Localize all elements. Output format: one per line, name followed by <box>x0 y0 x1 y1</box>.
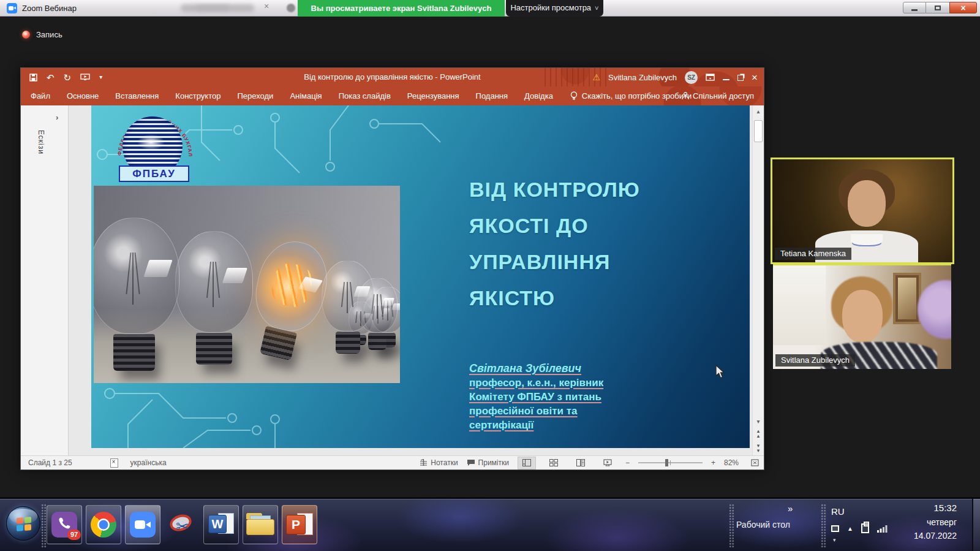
recording-dot-icon <box>22 31 30 39</box>
participant-face <box>848 180 886 227</box>
tab-transitions[interactable]: Переходи <box>237 91 273 101</box>
previous-slide-button[interactable]: ▴▴ <box>753 428 764 438</box>
start-button[interactable] <box>6 506 40 541</box>
save-icon[interactable] <box>29 74 37 82</box>
zoom-out-button[interactable]: − <box>625 458 630 467</box>
tab-file[interactable]: Файл <box>31 91 50 101</box>
light-bulb <box>175 231 253 365</box>
ppt-minimize-button[interactable] <box>723 79 729 80</box>
start-slideshow-icon[interactable] <box>80 74 90 81</box>
reading-view-button[interactable] <box>571 457 590 469</box>
view-settings-button[interactable]: Настройки просмотра˅ <box>506 0 603 17</box>
clock-date: 14.07.2022 <box>895 531 957 541</box>
desktop-toolbar-label[interactable]: Рабочий стол <box>736 520 790 530</box>
slide-author-block[interactable]: Світлана Зубілевич професор, к.е.н., кер… <box>469 362 708 432</box>
ppt-restore-button[interactable] <box>737 75 744 81</box>
share-button[interactable]: Спільний доступ <box>682 91 754 101</box>
undo-icon[interactable]: ↶ <box>47 73 55 82</box>
language-switcher[interactable]: RU <box>831 506 845 517</box>
comment-icon <box>467 459 475 466</box>
slide-canvas[interactable]: ФЕДЕРАЦІЯ ПРОФЕСІЙНИХ БУХГАЛТЕРІВ І АУДИ… <box>91 105 750 448</box>
window-maximize-button[interactable] <box>926 2 949 13</box>
video-tile-svitlana[interactable]: Svitlana Zubilevych <box>773 264 951 369</box>
ppt-close-button[interactable]: × <box>752 72 758 83</box>
viber-icon: 97 <box>51 512 77 538</box>
network-signal-icon[interactable] <box>877 524 889 533</box>
participant-face <box>842 290 883 343</box>
tab-animations[interactable]: Анімація <box>290 91 322 101</box>
tab-design[interactable]: Конструктор <box>175 91 221 101</box>
tab-insert[interactable]: Вставлення <box>115 91 159 101</box>
background-picture-frame <box>893 273 921 324</box>
powerpoint-icon: P <box>286 512 313 538</box>
tab-help[interactable]: Довідка <box>524 91 553 101</box>
thumbnails-panel[interactable]: › Ескізи <box>21 105 69 457</box>
slide-counter[interactable]: Слайд 1 з 25 <box>28 458 72 467</box>
tray-caret-down[interactable]: ▾ <box>833 537 836 543</box>
taskbar-button-snipping-tool[interactable]: ✂ <box>164 505 200 544</box>
zoom-icon <box>130 512 156 538</box>
fit-slide-to-window-icon[interactable] <box>751 459 759 466</box>
zoom-in-button[interactable]: + <box>711 458 715 467</box>
tab-slideshow[interactable]: Показ слайдів <box>339 91 391 101</box>
taskbar-button-zoom[interactable] <box>125 505 160 544</box>
scroll-down-icon[interactable]: ▾ <box>753 418 764 425</box>
powerpoint-window: ↶ ↻ ▾ Від контролю до управління якістю … <box>20 67 764 470</box>
redo-icon[interactable]: ↻ <box>64 73 72 82</box>
taskbar-button-chrome[interactable] <box>86 505 121 544</box>
participant-collar <box>851 234 883 245</box>
taskbar-button-powerpoint[interactable]: P <box>282 505 317 544</box>
shared-screen-area: Запись ↶ ↻ ▾ Від контролю до управління … <box>0 17 980 497</box>
zoom-percentage[interactable]: 82% <box>724 458 742 467</box>
spellcheck-icon[interactable] <box>110 458 118 468</box>
account-avatar[interactable]: SZ <box>685 71 698 84</box>
customize-qat-icon[interactable]: ▾ <box>99 74 102 80</box>
language-indicator[interactable]: українська <box>130 458 167 467</box>
slide-sorter-view-button[interactable] <box>545 457 563 469</box>
taskbar-button-explorer[interactable] <box>243 505 278 544</box>
account-name[interactable]: Svitlana Zubilevych <box>608 73 677 82</box>
fpbau-logo-label: ФПБАУ <box>119 165 189 182</box>
tell-me-box[interactable]: Скажіть, що потрібно зробити <box>570 91 692 101</box>
taskbar-button-word[interactable]: W <box>203 505 239 544</box>
slideshow-view-button[interactable] <box>598 457 617 469</box>
chevron-right-icon[interactable]: › <box>56 113 58 122</box>
normal-view-button[interactable] <box>518 457 536 469</box>
tab-review[interactable]: Рецензування <box>407 91 459 101</box>
zoom-app-icon <box>7 3 17 13</box>
taskbar-button-viber[interactable]: 97 <box>47 505 82 544</box>
zoom-slider[interactable] <box>638 462 703 463</box>
thumbnails-panel-label: Ескізи <box>37 130 45 154</box>
person-icon <box>682 92 689 100</box>
notes-button[interactable]: Нотатки <box>420 458 458 467</box>
show-desktop-button[interactable] <box>972 499 980 551</box>
comments-button[interactable]: Примітки <box>467 458 509 467</box>
ppt-status-bar: Слайд 1 з 25 українська Нотатки Примітки <box>21 455 764 469</box>
word-icon: W <box>208 512 234 538</box>
window-minimize-button[interactable] <box>903 2 926 13</box>
window-close-button[interactable]: × <box>949 2 977 13</box>
taskbar-grip <box>821 504 826 548</box>
quick-access-toolbar: ↶ ↻ ▾ <box>29 68 102 86</box>
scrollbar-thumb[interactable] <box>754 120 763 142</box>
scroll-up-icon[interactable]: ▴ <box>753 108 764 115</box>
tray-show-hidden-icons[interactable]: ▲ <box>847 525 853 532</box>
tab-close-icon[interactable]: × <box>264 1 269 11</box>
tab-home[interactable]: Основне <box>67 91 99 101</box>
tab-view[interactable]: Подання <box>476 91 508 101</box>
slide-title[interactable]: ВІД КОНТРОЛЮ ЯКОСТІ ДО УПРАВЛІННЯ ЯКІСТЮ <box>469 172 739 316</box>
participant-name-label: Svitlana Zubilevych <box>775 354 855 367</box>
vertical-scrollbar[interactable]: ▴ ▾ ▴▴ ▾▾ <box>752 105 764 457</box>
clock-weekday: четверг <box>895 517 957 527</box>
video-tile-tetiana[interactable]: Tetiana Kamenska <box>771 158 954 264</box>
ribbon-display-options-icon[interactable] <box>706 74 715 81</box>
tray-power-icon[interactable] <box>861 523 869 533</box>
next-slide-button[interactable]: ▾▾ <box>753 443 764 453</box>
tray-overflow-button[interactable]: » <box>788 503 793 514</box>
participant-name-label: Tetiana Kamenska <box>775 248 851 260</box>
zoom-slider-thumb[interactable] <box>665 459 668 466</box>
tray-window-icon[interactable] <box>831 525 839 532</box>
recording-label: Запись <box>36 30 62 39</box>
zoom-window-title: Zoom Вебинар <box>22 0 77 17</box>
tray-clock[interactable]: 15:32 четверг 14.07.2022 <box>895 503 957 541</box>
